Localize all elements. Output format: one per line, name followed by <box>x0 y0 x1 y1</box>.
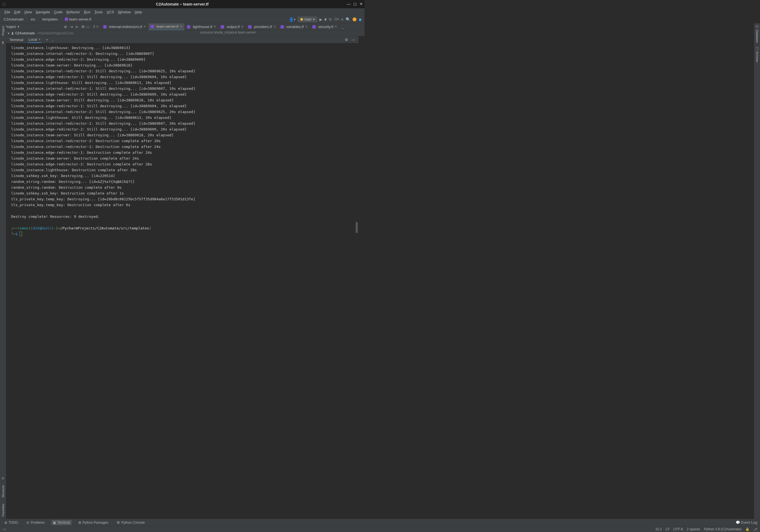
search-icon[interactable]: 🔍 <box>346 17 350 22</box>
editor-tab[interactable]: providers.tf✕ <box>246 23 278 30</box>
run-config-selector[interactable]: ⬢ main ▾ <box>298 17 317 22</box>
editor-tab[interactable]: security.tf✕ <box>310 23 340 30</box>
terraform-icon <box>187 25 190 28</box>
terminal-line: linode_instance.lighthouse: Still destro… <box>11 80 357 86</box>
terraform-icon <box>312 25 316 28</box>
close-icon[interactable]: ✕ <box>335 25 337 28</box>
menu-run[interactable]: Run <box>82 9 92 15</box>
menubar: FileEditViewNavigateCodeRefactorRunTools… <box>0 8 364 16</box>
maximize-icon[interactable]: ◻ <box>354 2 357 6</box>
collapse-icon[interactable]: ⇥ <box>70 24 73 29</box>
menu-navigate[interactable]: Navigate <box>34 9 52 15</box>
project-root-path: ~/PycharmProjects/C2Au <box>36 31 74 35</box>
terminal-tab[interactable]: Local ✕ <box>27 36 42 43</box>
terminal-line: linode_instance.internal-redirector-1: D… <box>11 144 357 150</box>
project-tree[interactable]: ▼ ▮ C2Automate ~/PycharmProjects/C2Au <box>0 30 91 36</box>
terminal-line: linode_instance.lighthouse: Destruction … <box>11 167 357 173</box>
menu-edit[interactable]: Edit <box>13 9 22 15</box>
close-icon[interactable]: ✕ <box>38 38 41 41</box>
debug-icon[interactable]: ⧯ <box>325 17 327 22</box>
new-terminal-icon[interactable]: ＋ <box>45 37 49 42</box>
close-icon[interactable]: ✕ <box>143 25 146 28</box>
menu-window[interactable]: Window <box>116 9 132 15</box>
terminal-prompt-line2[interactable]: └─$ <box>11 231 357 237</box>
profile-icon[interactable]: ⧁▾ <box>334 17 339 22</box>
tab-label: team-server.tf <box>157 24 178 28</box>
stop-icon[interactable]: ■ <box>341 17 344 22</box>
breadcrumb-item[interactable]: src <box>30 17 36 22</box>
terraform-icon <box>103 25 107 28</box>
editor-tab[interactable]: internal-redirectors.tf✕ <box>101 23 148 30</box>
terminal-title: Terminal: <box>9 38 24 42</box>
terminal-summary: Destroy complete! Resources: 9 destroyed… <box>11 214 357 219</box>
editor-breadcrumb-hint: resource linode_instance team-server <box>91 30 364 36</box>
close-icon[interactable]: ✕ <box>96 25 99 28</box>
close-icon[interactable]: ✕ <box>241 25 243 28</box>
terminal-line: linode_instance.internal-redirector-1: D… <box>11 51 357 57</box>
tree-expand-icon[interactable]: ▼ <box>7 32 10 35</box>
gear-icon[interactable]: ⚙ <box>345 38 348 42</box>
locate-icon[interactable]: ⊕ <box>64 24 67 29</box>
toolwindow-project[interactable]: Project <box>1 25 5 36</box>
breadcrumb: C2Automate〉src〉templates〉team-server.tf <box>3 17 92 22</box>
menu-code[interactable]: Code <box>52 9 64 15</box>
minimize-icon[interactable]: — <box>347 2 351 6</box>
editor-tabs: f✕internal-redirectors.tf✕team-server.tf… <box>91 23 364 30</box>
terminal-line: linode_instance.internal-redirector-2: S… <box>11 109 357 115</box>
gear-icon[interactable]: ⚙ — <box>81 24 89 29</box>
window-titlebar: ⧉ C2Automate – team-server.tf — ◻ ✕ <box>0 0 364 8</box>
scrollbar[interactable] <box>356 222 358 233</box>
menu-help[interactable]: Help <box>133 9 144 15</box>
terminal-line: linode_instance.team-server: Destruction… <box>11 156 357 161</box>
terminal-line: linode_instance.edge-redirector-1: Still… <box>11 103 357 109</box>
terminal-line: linode_instance.team-server: Destroying.… <box>11 62 357 68</box>
menu-vcs[interactable]: VCS <box>105 9 116 15</box>
tabs-dropdown-icon[interactable]: ˬ <box>340 24 346 29</box>
ide-alert-icon[interactable]: ◆ <box>359 17 362 22</box>
terminal-line: linode_sshkey.ssh_key: Destroying... [id… <box>11 173 357 179</box>
editor-tab[interactable]: variables.tf✕ <box>278 23 310 30</box>
terraform-icon <box>65 18 68 21</box>
editor-tab[interactable]: f✕ <box>91 23 101 30</box>
cursor <box>20 232 22 236</box>
editor-tab[interactable]: team-server.tf✕ <box>148 23 185 30</box>
folder-icon: ▮ <box>12 31 14 35</box>
terraform-icon <box>281 25 284 28</box>
editor-tab[interactable]: output.tf✕ <box>218 23 246 30</box>
close-icon[interactable]: ✕ <box>273 25 276 28</box>
terraform-icon <box>221 25 224 28</box>
menu-file[interactable]: File <box>3 9 12 15</box>
notification-icon[interactable] <box>353 18 356 21</box>
coverage-icon[interactable]: ↻ <box>329 17 332 22</box>
menu-view[interactable]: View <box>23 9 33 15</box>
project-root-name: C2Automate <box>15 31 35 35</box>
terminal-line: linode_instance.edge-redirector-2: Still… <box>11 126 357 132</box>
chevron-down-icon[interactable]: ˬ <box>52 38 54 42</box>
run-icon[interactable]: ▶ <box>319 17 322 22</box>
close-icon[interactable]: ✕ <box>214 25 216 28</box>
tab-label: lighthouse.tf <box>193 24 212 29</box>
menu-refactor[interactable]: Refactor <box>65 9 82 15</box>
breadcrumb-item[interactable]: templates <box>42 17 59 22</box>
menu-tools[interactable]: Tools <box>93 9 104 15</box>
navigation-bar: C2Automate〉src〉templates〉team-server.tf … <box>0 16 364 23</box>
breadcrumb-item[interactable]: C2Automate <box>3 17 24 22</box>
terminal-line: linode_instance.lighthouse: Destroying..… <box>11 45 357 51</box>
expand-icon[interactable]: ⇤ <box>75 24 79 29</box>
close-icon[interactable]: ✕ <box>305 25 308 28</box>
chevron-down-icon[interactable]: ▼ <box>17 25 20 28</box>
terminal-line: random_string.random: Destruction comple… <box>11 184 357 190</box>
editor-tab[interactable]: lighthouse.tf✕ <box>185 23 218 30</box>
hide-icon[interactable]: — <box>352 38 355 42</box>
user-icon[interactable]: 👤▾ <box>289 17 296 22</box>
terminal-output[interactable]: linode_instance.lighthouse: Destroying..… <box>6 43 358 239</box>
tab-label: output.tf <box>226 24 240 29</box>
breadcrumb-item[interactable]: team-server.tf <box>64 17 92 22</box>
close-icon[interactable]: ✕ <box>359 2 363 6</box>
project-tool-header[interactable]: ▮ Project ▼ ⊕ ⇥ ⇤ ⚙ — <box>0 23 91 30</box>
terminal-tab-label: Local <box>28 37 37 42</box>
close-icon[interactable]: ✕ <box>180 24 182 28</box>
terminal-line: linode_instance.internal-redirector-2: D… <box>11 138 357 144</box>
app-logo: ⧉ <box>2 1 6 7</box>
terminal-line: linode_instance.edge-redirector-2: Destr… <box>11 161 357 167</box>
